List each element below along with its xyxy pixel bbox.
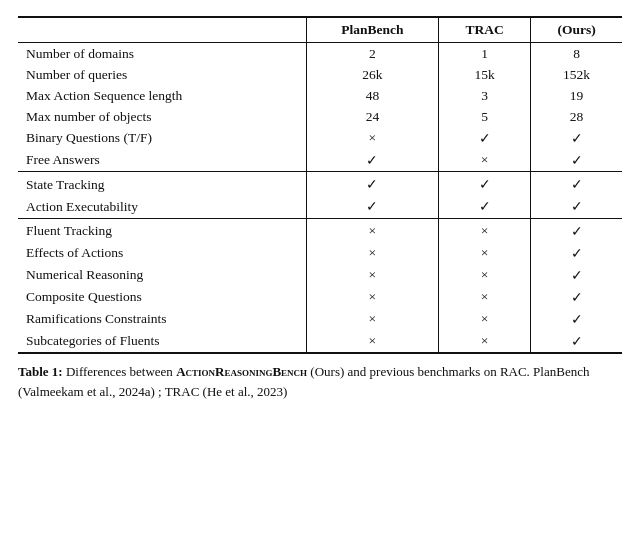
- row-cell-ours: ✓: [531, 196, 622, 219]
- row-cell-trac: 1: [438, 43, 530, 65]
- row-cell-trac: ✓: [438, 196, 530, 219]
- col-header-ours: (Ours): [531, 17, 622, 43]
- row-cell-planbench: ×: [306, 242, 438, 264]
- comparison-table: PlanBench TRAC (Ours) Number of domains2…: [18, 16, 622, 354]
- row-cell-ours: ✓: [531, 330, 622, 353]
- row-cell-trac: ✓: [438, 172, 530, 196]
- row-cell-trac: 3: [438, 85, 530, 106]
- row-cell-ours: 152k: [531, 64, 622, 85]
- table-caption: Table 1: Differences between ActionReaso…: [18, 362, 622, 401]
- row-cell-planbench: ×: [306, 264, 438, 286]
- row-cell-planbench: ✓: [306, 196, 438, 219]
- row-cell-planbench: ×: [306, 127, 438, 149]
- row-cell-ours: ✓: [531, 127, 622, 149]
- row-cell-ours: ✓: [531, 218, 622, 242]
- row-cell-trac: ×: [438, 308, 530, 330]
- row-label: Subcategories of Fluents: [18, 330, 306, 353]
- row-label: Effects of Actions: [18, 242, 306, 264]
- row-cell-trac: 15k: [438, 64, 530, 85]
- row-label: Action Executability: [18, 196, 306, 219]
- row-label: Number of domains: [18, 43, 306, 65]
- row-label: Number of queries: [18, 64, 306, 85]
- row-label: State Tracking: [18, 172, 306, 196]
- row-cell-trac: ×: [438, 149, 530, 172]
- row-cell-ours: 19: [531, 85, 622, 106]
- row-cell-planbench: ✓: [306, 172, 438, 196]
- col-header-planbench: PlanBench: [306, 17, 438, 43]
- row-cell-ours: ✓: [531, 286, 622, 308]
- row-cell-ours: ✓: [531, 242, 622, 264]
- caption-text1: Differences between: [63, 364, 176, 379]
- caption-label: Table 1:: [18, 364, 63, 379]
- row-cell-trac: ×: [438, 330, 530, 353]
- row-cell-planbench: ×: [306, 308, 438, 330]
- row-cell-trac: ×: [438, 242, 530, 264]
- row-cell-planbench: ×: [306, 286, 438, 308]
- row-cell-trac: 5: [438, 106, 530, 127]
- row-cell-ours: ✓: [531, 264, 622, 286]
- row-cell-planbench: ×: [306, 218, 438, 242]
- row-cell-ours: ✓: [531, 308, 622, 330]
- row-label: Max Action Sequence length: [18, 85, 306, 106]
- row-cell-ours: ✓: [531, 149, 622, 172]
- row-label: Fluent Tracking: [18, 218, 306, 242]
- row-label: Composite Questions: [18, 286, 306, 308]
- row-label: Free Answers: [18, 149, 306, 172]
- row-cell-planbench: ×: [306, 330, 438, 353]
- row-label: Binary Questions (T/F): [18, 127, 306, 149]
- row-cell-planbench: 2: [306, 43, 438, 65]
- row-cell-ours: ✓: [531, 172, 622, 196]
- row-cell-planbench: ✓: [306, 149, 438, 172]
- row-cell-planbench: 48: [306, 85, 438, 106]
- caption-benchmark-name: ActionReasoningBench: [176, 364, 307, 379]
- row-cell-planbench: 26k: [306, 64, 438, 85]
- row-cell-trac: ×: [438, 286, 530, 308]
- row-cell-ours: 8: [531, 43, 622, 65]
- row-label: Numerical Reasoning: [18, 264, 306, 286]
- row-cell-trac: ×: [438, 264, 530, 286]
- col-header-feature: [18, 17, 306, 43]
- row-cell-trac: ✓: [438, 127, 530, 149]
- row-cell-ours: 28: [531, 106, 622, 127]
- row-cell-trac: ×: [438, 218, 530, 242]
- col-header-trac: TRAC: [438, 17, 530, 43]
- row-cell-planbench: 24: [306, 106, 438, 127]
- row-label: Max number of objects: [18, 106, 306, 127]
- row-label: Ramifications Constraints: [18, 308, 306, 330]
